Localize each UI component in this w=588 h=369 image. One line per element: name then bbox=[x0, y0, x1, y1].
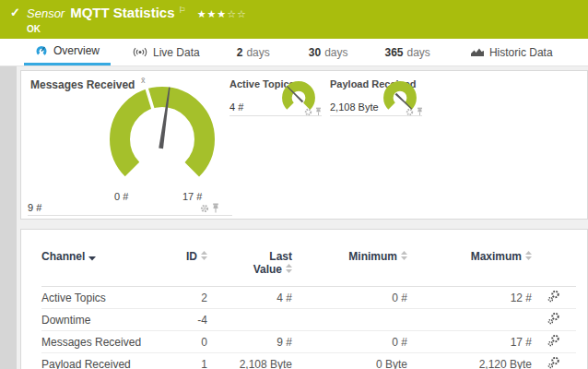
channel-maximum bbox=[407, 309, 532, 331]
sensor-header: ✓ Sensor MQTT Statistics ⚐ ★★★☆☆ OK bbox=[0, 0, 588, 39]
gear-icon[interactable] bbox=[200, 204, 209, 213]
table-row: Payload Received 1 2,108 Byte 0 Byte 2,1… bbox=[41, 353, 576, 369]
tab-365-days[interactable]: 365days bbox=[373, 39, 441, 65]
table-row: Active Topics 2 4 # 0 # 12 # bbox=[41, 287, 576, 309]
messages-received-value: 9 # bbox=[28, 202, 41, 213]
column-header-last-value[interactable]: LastValue bbox=[207, 243, 292, 287]
histogram-icon bbox=[471, 47, 484, 57]
sort-icon bbox=[286, 264, 292, 277]
channel-table: Channel ID LastValue Minimum Maximum Act… bbox=[41, 243, 576, 369]
channel-name[interactable]: Messages Received bbox=[41, 331, 171, 353]
gauge-icon bbox=[35, 45, 48, 56]
channel-minimum: 0 # bbox=[292, 287, 407, 309]
star-rating[interactable]: ★★★☆☆ bbox=[197, 8, 247, 20]
table-row: Messages Received 0 9 # 0 # 17 # bbox=[41, 331, 576, 353]
column-header-channel[interactable]: Channel bbox=[41, 243, 171, 287]
pin-icon[interactable] bbox=[212, 203, 219, 213]
status-ok-check-icon: ✓ bbox=[10, 6, 20, 19]
channel-id: 0 bbox=[171, 331, 207, 353]
channel-name[interactable]: Active Topics bbox=[41, 287, 171, 309]
channel-minimum bbox=[292, 309, 407, 331]
cell-divider bbox=[330, 115, 422, 116]
stars-filled[interactable]: ★★★ bbox=[197, 8, 228, 19]
sort-icon bbox=[401, 251, 407, 264]
gauge-min-label: 0 # bbox=[114, 191, 128, 202]
channel-maximum: 17 # bbox=[407, 331, 532, 353]
gauges-panel: Messages Received x̄ 0 # 17 # 9 # Active… bbox=[20, 70, 588, 220]
broadcast-icon bbox=[133, 47, 147, 57]
tab-historic-data-label: Historic Data bbox=[489, 46, 553, 59]
gauge-max-label: 17 # bbox=[182, 191, 202, 202]
channel-id: 2 bbox=[171, 287, 207, 309]
page-title: MQTT Statistics bbox=[70, 5, 174, 20]
tab-2-days-number: 2 bbox=[237, 46, 243, 59]
channel-id: -4 bbox=[171, 309, 207, 331]
tab-365-days-label: days bbox=[407, 46, 430, 59]
gauge-widget-actions bbox=[200, 203, 219, 213]
active-topics-value: 4 # bbox=[229, 101, 243, 113]
channel-maximum: 12 # bbox=[407, 287, 532, 309]
tab-overview-label: Overview bbox=[53, 44, 100, 57]
channel-name[interactable]: Downtime bbox=[41, 309, 171, 331]
channel-settings-icon[interactable] bbox=[547, 334, 560, 347]
cell-divider bbox=[229, 115, 322, 116]
channel-last-value: 4 # bbox=[207, 287, 292, 309]
priority-flag-icon[interactable]: ⚐ bbox=[179, 6, 186, 15]
tab-30-days-number: 30 bbox=[309, 46, 321, 59]
channel-maximum: 2,120 Byte bbox=[407, 353, 532, 369]
tab-bar: Overview Live Data 2days 30days 365days … bbox=[0, 39, 588, 66]
sort-icon bbox=[201, 251, 207, 264]
channel-last-value bbox=[207, 309, 292, 331]
column-header-actions bbox=[532, 243, 576, 287]
status-badge: OK bbox=[27, 24, 41, 34]
tab-2-days-label: days bbox=[246, 46, 269, 59]
tab-overview[interactable]: Overview bbox=[24, 39, 111, 65]
channel-settings-icon[interactable] bbox=[547, 290, 560, 303]
tab-log[interactable]: Log bbox=[584, 39, 588, 65]
channel-last-value: 9 # bbox=[207, 331, 292, 353]
stars-empty[interactable]: ☆☆ bbox=[227, 8, 247, 19]
sort-icon bbox=[525, 251, 532, 264]
cell-divider bbox=[28, 215, 232, 216]
tab-historic-data[interactable]: Historic Data bbox=[460, 39, 564, 65]
tab-live-data-label: Live Data bbox=[153, 46, 200, 59]
caret-down-icon bbox=[88, 251, 96, 264]
payload-received-value: 2,108 Byte bbox=[330, 101, 379, 113]
channel-minimum: 0 # bbox=[292, 331, 407, 353]
average-marker-label: x̄ bbox=[141, 76, 146, 85]
object-type-label: Sensor bbox=[27, 6, 65, 20]
channel-minimum: 0 Byte bbox=[292, 353, 407, 369]
left-gutter bbox=[0, 66, 17, 369]
channel-settings-icon[interactable] bbox=[547, 356, 560, 369]
column-header-minimum[interactable]: Minimum bbox=[292, 243, 407, 287]
channel-id: 1 bbox=[171, 353, 207, 369]
tab-2-days[interactable]: 2days bbox=[226, 39, 281, 65]
channel-table-panel: Channel ID LastValue Minimum Maximum Act… bbox=[20, 229, 588, 369]
table-row: Downtime -4 bbox=[41, 309, 576, 331]
tab-30-days[interactable]: 30days bbox=[298, 39, 359, 65]
channel-last-value: 2,108 Byte bbox=[207, 353, 292, 369]
tab-live-data[interactable]: Live Data bbox=[122, 39, 211, 65]
tab-365-days-number: 365 bbox=[384, 46, 403, 59]
channel-settings-icon[interactable] bbox=[547, 312, 560, 325]
tab-30-days-label: days bbox=[324, 46, 347, 59]
channel-name[interactable]: Payload Received bbox=[41, 353, 171, 369]
messages-received-gauge bbox=[107, 83, 218, 196]
column-header-maximum[interactable]: Maximum bbox=[407, 243, 532, 287]
column-header-id[interactable]: ID bbox=[171, 243, 207, 287]
